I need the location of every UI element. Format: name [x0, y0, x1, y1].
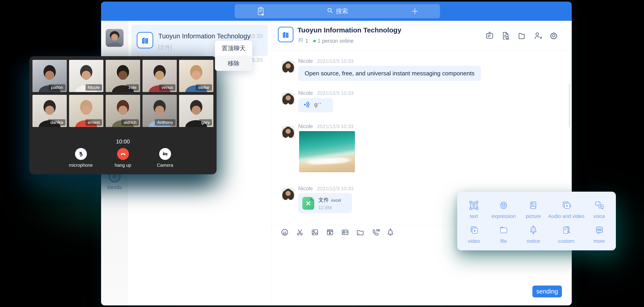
- chat-scrollbar[interactable]: [569, 84, 570, 127]
- panel-label: more: [594, 238, 605, 244]
- avatar-photo: [282, 188, 294, 201]
- panel-item-picture[interactable]: picture: [518, 197, 548, 222]
- add-member-icon[interactable]: [532, 30, 543, 41]
- notification-bell-icon[interactable]: [386, 228, 395, 237]
- participant-name: Anthony: [155, 119, 176, 126]
- video-call-icon[interactable]: [371, 228, 380, 237]
- participant-name: Nicole: [86, 84, 102, 91]
- message-type-panel: text expression picture: [457, 192, 616, 250]
- video-tile[interactable]: stellar: [179, 60, 213, 92]
- microphone-mute-button[interactable]: [75, 148, 87, 160]
- conversation-time: 15:20: [249, 33, 263, 39]
- conversation-context-menu: 置顶聊天 移除: [215, 41, 252, 71]
- message-header: Nicole 2021/12/3 10:33: [298, 58, 353, 64]
- sender-avatar[interactable]: [282, 60, 294, 73]
- panel-item-voice[interactable]: voice: [584, 197, 614, 222]
- panel-item-notice[interactable]: notice: [518, 222, 548, 247]
- trends-label: trends: [101, 184, 128, 191]
- panel-label: custom: [558, 238, 574, 244]
- user-avatar[interactable]: [106, 29, 124, 47]
- avatar-photo: [282, 126, 294, 138]
- message-sender: Nicole: [298, 186, 313, 191]
- video-tile[interactable]: gary: [179, 95, 213, 127]
- video-call-panel: patton Nicole zole venus stellar danika …: [29, 56, 216, 174]
- sender-avatar[interactable]: [282, 188, 294, 201]
- participant-name: zole: [126, 84, 139, 91]
- chat-history-search-icon[interactable]: [500, 30, 511, 41]
- video-tile[interactable]: ernest: [69, 95, 103, 127]
- file-name: 文件: [318, 197, 329, 203]
- panel-label: video: [468, 238, 480, 244]
- message-text: Open source, free, and universal instant…: [304, 70, 474, 77]
- video-clapper-icon[interactable]: [326, 228, 334, 237]
- video-tile[interactable]: Anthony: [142, 95, 177, 127]
- panel-label: text: [470, 213, 478, 219]
- file-folder-icon[interactable]: [356, 228, 365, 237]
- camera-mute-button[interactable]: [159, 148, 171, 160]
- hangup-label: hang up: [110, 163, 136, 168]
- microphone-label: microphone: [68, 163, 94, 168]
- video-tile[interactable]: aldrich: [106, 95, 140, 127]
- message-header: Nicole 2021/12/3 10:33: [298, 123, 353, 129]
- topbar-search-pill[interactable]: 搜索: [235, 4, 440, 18]
- video-tile[interactable]: danika: [32, 95, 67, 127]
- message-sender: Nicole: [298, 58, 313, 64]
- sender-avatar[interactable]: [282, 92, 294, 105]
- participant-name: danika: [48, 119, 66, 126]
- video-tile[interactable]: patton: [32, 60, 67, 92]
- message-header: Nicole 2021/12/3 10:33: [298, 90, 353, 96]
- panel-label: notice: [527, 238, 540, 244]
- sender-avatar[interactable]: [282, 126, 294, 138]
- panel-item-more[interactable]: more: [584, 222, 614, 247]
- send-button[interactable]: sending: [532, 286, 562, 298]
- video-tile[interactable]: zole: [106, 60, 140, 92]
- call-controls: microphone hang up: [29, 148, 216, 168]
- conversation-title: Tuoyun Information Technology: [158, 32, 250, 40]
- image-message-beach[interactable]: [299, 131, 355, 172]
- panel-item-custom[interactable]: custom: [548, 222, 584, 247]
- screenshot-scissors-icon[interactable]: [295, 228, 304, 237]
- panel-item-text[interactable]: text: [459, 197, 489, 222]
- panel-item-file[interactable]: file: [489, 222, 518, 247]
- microphone-control: microphone: [68, 148, 94, 168]
- video-tile[interactable]: venus: [142, 60, 177, 92]
- panel-item-audio-video[interactable]: Audio and video: [548, 197, 584, 222]
- contact-card-icon[interactable]: [340, 228, 350, 237]
- emoji-icon[interactable]: [280, 228, 289, 237]
- chat-title: Tuoyun Information Technology: [298, 26, 401, 34]
- settings-gear-icon[interactable]: [548, 30, 559, 41]
- group-notice-icon[interactable]: [484, 30, 495, 41]
- search-icon: [326, 7, 334, 15]
- file-message-bubble[interactable]: 文件.excel 12.8M: [298, 193, 352, 213]
- message-timestamp: 2021/12/3 10:33: [317, 58, 353, 64]
- panel-label: voice: [593, 213, 605, 219]
- panel-item-expression[interactable]: expression: [489, 197, 518, 222]
- participant-name: venus: [159, 84, 176, 91]
- hang-up-button[interactable]: [117, 148, 129, 160]
- panel-item-video[interactable]: video: [459, 222, 489, 247]
- camera-control: Camera: [152, 148, 178, 168]
- avatar-photo: [106, 29, 124, 47]
- message-timestamp: 2021/12/3 10:33: [317, 186, 353, 191]
- participant-name: ernest: [86, 119, 102, 126]
- search-input[interactable]: 搜索: [235, 4, 440, 18]
- text-message-bubble[interactable]: Open source, free, and universal instant…: [298, 66, 481, 81]
- search-placeholder: 搜索: [336, 7, 348, 15]
- participant-name: patton: [49, 84, 66, 91]
- menu-item-pin-chat[interactable]: 置顶聊天: [215, 41, 252, 56]
- message-sender: Nicole: [298, 123, 313, 129]
- avatar-photo: [282, 60, 294, 73]
- chat-header: Tuoyun Information Technology 1 1 person…: [272, 21, 572, 51]
- message-sender: Nicole: [298, 90, 313, 96]
- file-extension: .excel: [330, 198, 341, 203]
- chat-panel: Tuoyun Information Technology 1 1 person…: [272, 21, 572, 306]
- online-status: 1 person online: [318, 38, 354, 44]
- add-icon[interactable]: [411, 7, 419, 15]
- image-icon[interactable]: [310, 228, 320, 237]
- group-files-icon[interactable]: [516, 30, 527, 41]
- composer-toolbar: [280, 228, 395, 237]
- panel-label: picture: [526, 213, 541, 219]
- menu-item-remove[interactable]: 移除: [215, 56, 252, 71]
- voice-message-bubble[interactable]: 9``: [298, 98, 333, 112]
- video-tile[interactable]: Nicole: [69, 60, 103, 92]
